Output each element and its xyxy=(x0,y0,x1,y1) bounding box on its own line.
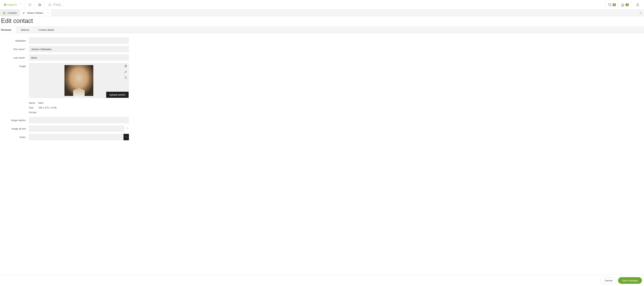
close-icon xyxy=(47,12,49,14)
image-alt-help[interactable]: ? xyxy=(126,125,129,132)
meta-row-name: Name bach xyxy=(29,101,129,105)
row-last-name: Last name* xyxy=(0,54,644,61)
row-image-alt: Image alt text ? xyxy=(0,125,644,132)
label-last-name: Last name* xyxy=(0,54,29,59)
image-drop-zone[interactable]: Upload another xyxy=(29,63,129,98)
profile-button[interactable] xyxy=(631,0,644,9)
topbar-left: magnolia ® xyxy=(0,0,44,9)
pencil-icon xyxy=(124,70,127,73)
image-thumbnail xyxy=(64,65,93,96)
save-button[interactable]: Save changes xyxy=(618,277,642,284)
meta-row-format: Format xyxy=(29,110,129,115)
svg-point-5 xyxy=(28,5,29,5)
svg-point-4 xyxy=(30,4,31,4)
tab-label: Address xyxy=(21,29,29,31)
notifications-badge: 1 xyxy=(626,4,629,6)
brand-name: magnolia xyxy=(7,3,17,6)
user-icon xyxy=(636,3,640,7)
search-icon xyxy=(124,76,127,79)
meta-value-name: bach xyxy=(38,102,44,104)
image-delete-button[interactable] xyxy=(124,65,127,68)
topbar-right: 0 1 xyxy=(605,0,644,9)
tasks-button[interactable]: 0 xyxy=(605,0,618,9)
form-body: Salutation First name* Last name* Image xyxy=(0,33,644,275)
last-name-input[interactable] xyxy=(29,54,129,61)
first-name-input[interactable] xyxy=(29,46,129,52)
apps-grid-icon xyxy=(28,3,32,7)
upload-another-button[interactable]: Upload another xyxy=(106,92,128,98)
meta-key: Name xyxy=(29,102,38,104)
svg-point-6 xyxy=(30,5,30,5)
footer: Cancel Save changes xyxy=(0,275,644,286)
pencil-icon xyxy=(22,12,25,14)
app-launcher-button[interactable] xyxy=(25,0,35,9)
magnolia-logo-icon: magnolia ® xyxy=(3,3,22,7)
form-tabs: Personal Address Contact details xyxy=(0,27,644,33)
label-image-caption: Image caption xyxy=(0,117,29,122)
label-first-name: First name* xyxy=(0,46,29,51)
search-icon xyxy=(48,3,52,7)
subapp-tab-contacts[interactable]: Contacts xyxy=(0,10,20,16)
meta-key: Size xyxy=(29,106,38,109)
svg-line-13 xyxy=(50,5,51,6)
subapp-tab-close[interactable] xyxy=(47,12,49,14)
tab-label: Personal xyxy=(1,29,11,31)
tasks-icon xyxy=(608,3,612,7)
row-image: Image xyxy=(0,63,644,115)
visitor-select-value xyxy=(29,134,124,140)
favorite-button[interactable] xyxy=(35,0,44,9)
chevron-down-icon xyxy=(125,136,128,138)
svg-point-2 xyxy=(28,4,29,4)
svg-point-9 xyxy=(30,6,30,6)
visitor-select-toggle[interactable] xyxy=(124,134,129,140)
panel-close-button[interactable] xyxy=(637,10,644,16)
row-salutation: Salutation xyxy=(0,37,644,44)
tasks-badge: 0 xyxy=(612,4,616,6)
global-search xyxy=(44,0,605,9)
svg-point-7 xyxy=(30,5,31,5)
brand-logo[interactable]: magnolia ® xyxy=(0,0,25,9)
required-marker: * xyxy=(25,56,26,59)
required-marker: * xyxy=(25,48,26,51)
tab-address[interactable]: Address xyxy=(16,27,34,33)
image-meta: Name bach Size 439 x 475, 74 KB Format xyxy=(29,101,129,115)
svg-point-8 xyxy=(28,6,29,6)
image-caption-input[interactable] xyxy=(29,117,129,123)
subapp-tab-edit[interactable]: Johann Sebast... xyxy=(20,10,52,16)
salutation-input[interactable] xyxy=(29,37,129,44)
tab-contact-details[interactable]: Contact details xyxy=(34,27,59,33)
image-edit-button[interactable] xyxy=(124,70,127,74)
topbar: magnolia ® xyxy=(0,0,644,10)
search-input[interactable] xyxy=(53,3,602,7)
visitor-select[interactable] xyxy=(29,134,129,140)
meta-key: Format xyxy=(29,111,38,114)
star-icon xyxy=(38,3,42,7)
svg-point-10 xyxy=(30,6,31,6)
subapp-tab-label: Johann Sebast... xyxy=(27,12,44,14)
subapp-tab-label: Contacts xyxy=(8,12,17,14)
meta-row-size: Size 439 x 475, 74 KB xyxy=(29,105,129,110)
contacts-icon xyxy=(3,11,6,15)
tab-label: Contact details xyxy=(38,29,54,31)
label-visitor: Visitor xyxy=(0,134,29,139)
label-salutation: Salutation xyxy=(0,37,29,42)
svg-point-18 xyxy=(4,12,4,13)
row-first-name: First name* xyxy=(0,46,644,52)
page-title: Edit contact xyxy=(0,16,644,27)
svg-point-17 xyxy=(637,4,638,5)
label-image: Image xyxy=(0,63,29,68)
image-alt-input[interactable] xyxy=(29,125,124,132)
meta-value-size: 439 x 475, 74 KB xyxy=(38,106,56,109)
svg-text:®: ® xyxy=(20,3,20,4)
image-zoom-button[interactable] xyxy=(124,76,127,80)
svg-marker-11 xyxy=(38,3,41,6)
cancel-button[interactable]: Cancel xyxy=(600,277,616,284)
tab-personal[interactable]: Personal xyxy=(0,27,16,33)
close-icon xyxy=(639,12,642,14)
notifications-button[interactable]: 1 xyxy=(618,0,631,9)
svg-point-19 xyxy=(4,12,6,13)
subapp-tabbar: Contacts Johann Sebast... xyxy=(0,10,644,16)
svg-point-3 xyxy=(30,4,30,4)
row-image-caption: Image caption xyxy=(0,117,644,123)
row-visitor: Visitor xyxy=(0,134,644,140)
